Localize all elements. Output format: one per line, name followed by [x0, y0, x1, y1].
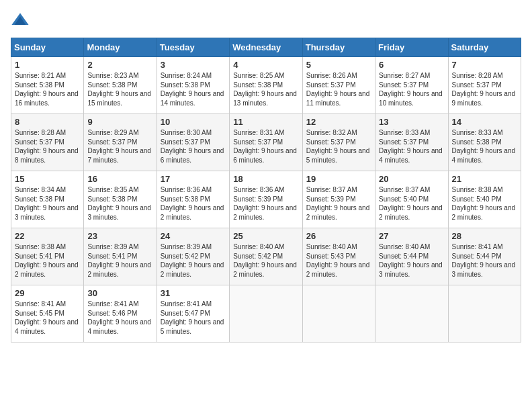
calendar-cell: 13 Sunrise: 8:33 AMSunset: 5:37 PMDaylig… [375, 114, 448, 171]
logo-icon [11, 11, 30, 30]
calendar-cell: 19 Sunrise: 8:37 AMSunset: 5:39 PMDaylig… [302, 171, 375, 228]
page-header [11, 11, 521, 30]
cell-info: Sunrise: 8:39 AMSunset: 5:41 PMDaylight:… [87, 243, 151, 278]
cell-info: Sunrise: 8:21 AMSunset: 5:38 PMDaylight:… [15, 72, 79, 107]
day-number: 9 [87, 117, 152, 127]
day-header-thursday: Thursday [302, 38, 375, 57]
cell-info: Sunrise: 8:33 AMSunset: 5:38 PMDaylight:… [452, 129, 516, 164]
calendar-cell: 25 Sunrise: 8:40 AMSunset: 5:42 PMDaylig… [230, 228, 302, 285]
day-header-sunday: Sunday [11, 38, 84, 57]
calendar-cell: 22 Sunrise: 8:38 AMSunset: 5:41 PMDaylig… [11, 228, 84, 285]
day-number: 15 [15, 174, 80, 184]
calendar-cell: 11 Sunrise: 8:31 AMSunset: 5:37 PMDaylig… [230, 114, 302, 171]
cell-info: Sunrise: 8:41 AMSunset: 5:45 PMDaylight:… [15, 300, 79, 335]
day-number: 3 [161, 60, 226, 70]
calendar-cell: 14 Sunrise: 8:33 AMSunset: 5:38 PMDaylig… [448, 114, 521, 171]
calendar-cell: 27 Sunrise: 8:40 AMSunset: 5:44 PMDaylig… [375, 228, 448, 285]
calendar-cell: 15 Sunrise: 8:34 AMSunset: 5:38 PMDaylig… [11, 171, 84, 228]
calendar-cell [375, 285, 448, 342]
cell-info: Sunrise: 8:41 AMSunset: 5:47 PMDaylight:… [161, 300, 224, 335]
day-number: 10 [161, 117, 226, 127]
cell-info: Sunrise: 8:28 AMSunset: 5:37 PMDaylight:… [452, 72, 516, 107]
cell-info: Sunrise: 8:37 AMSunset: 5:39 PMDaylight:… [306, 186, 370, 221]
cell-info: Sunrise: 8:38 AMSunset: 5:40 PMDaylight:… [452, 186, 516, 221]
day-number: 31 [161, 288, 226, 298]
calendar-cell: 29 Sunrise: 8:41 AMSunset: 5:45 PMDaylig… [11, 285, 84, 342]
calendar-cell: 12 Sunrise: 8:32 AMSunset: 5:37 PMDaylig… [302, 114, 375, 171]
day-header-monday: Monday [84, 38, 157, 57]
calendar-cell: 30 Sunrise: 8:41 AMSunset: 5:46 PMDaylig… [84, 285, 157, 342]
calendar-cell: 7 Sunrise: 8:28 AMSunset: 5:37 PMDayligh… [448, 57, 521, 114]
calendar-cell: 17 Sunrise: 8:36 AMSunset: 5:38 PMDaylig… [157, 171, 229, 228]
calendar-cell [230, 285, 302, 342]
cell-info: Sunrise: 8:31 AMSunset: 5:37 PMDaylight:… [233, 129, 297, 164]
calendar-cell: 8 Sunrise: 8:28 AMSunset: 5:37 PMDayligh… [11, 114, 84, 171]
cell-info: Sunrise: 8:41 AMSunset: 5:46 PMDaylight:… [87, 300, 151, 335]
cell-info: Sunrise: 8:23 AMSunset: 5:38 PMDaylight:… [87, 72, 151, 107]
day-number: 25 [233, 231, 298, 241]
day-number: 22 [15, 231, 80, 241]
calendar-cell: 16 Sunrise: 8:35 AMSunset: 5:38 PMDaylig… [84, 171, 157, 228]
calendar-week-5: 29 Sunrise: 8:41 AMSunset: 5:45 PMDaylig… [11, 285, 521, 342]
cell-info: Sunrise: 8:41 AMSunset: 5:44 PMDaylight:… [452, 243, 516, 278]
calendar-cell: 10 Sunrise: 8:30 AMSunset: 5:37 PMDaylig… [157, 114, 229, 171]
calendar-cell: 24 Sunrise: 8:39 AMSunset: 5:42 PMDaylig… [157, 228, 229, 285]
calendar-week-2: 8 Sunrise: 8:28 AMSunset: 5:37 PMDayligh… [11, 114, 521, 171]
day-header-tuesday: Tuesday [157, 38, 229, 57]
calendar-cell: 3 Sunrise: 8:24 AMSunset: 5:38 PMDayligh… [157, 57, 229, 114]
cell-info: Sunrise: 8:40 AMSunset: 5:43 PMDaylight:… [306, 243, 370, 278]
cell-info: Sunrise: 8:26 AMSunset: 5:37 PMDaylight:… [306, 72, 370, 107]
day-number: 6 [379, 60, 444, 70]
cell-info: Sunrise: 8:36 AMSunset: 5:39 PMDaylight:… [233, 186, 297, 221]
day-number: 21 [452, 174, 517, 184]
calendar-cell: 1 Sunrise: 8:21 AMSunset: 5:38 PMDayligh… [11, 57, 84, 114]
cell-info: Sunrise: 8:27 AMSunset: 5:37 PMDaylight:… [379, 72, 443, 107]
calendar-cell: 9 Sunrise: 8:29 AMSunset: 5:37 PMDayligh… [84, 114, 157, 171]
calendar-cell: 20 Sunrise: 8:37 AMSunset: 5:40 PMDaylig… [375, 171, 448, 228]
cell-info: Sunrise: 8:35 AMSunset: 5:38 PMDaylight:… [87, 186, 151, 221]
calendar-header-row: SundayMondayTuesdayWednesdayThursdayFrid… [11, 38, 521, 57]
day-number: 11 [233, 117, 298, 127]
day-number: 24 [161, 231, 226, 241]
day-number: 7 [452, 60, 517, 70]
cell-info: Sunrise: 8:37 AMSunset: 5:40 PMDaylight:… [379, 186, 443, 221]
calendar-table: SundayMondayTuesdayWednesdayThursdayFrid… [11, 38, 521, 342]
day-number: 28 [452, 231, 517, 241]
day-number: 26 [306, 231, 371, 241]
day-number: 17 [161, 174, 226, 184]
cell-info: Sunrise: 8:32 AMSunset: 5:37 PMDaylight:… [306, 129, 370, 164]
day-number: 2 [87, 60, 152, 70]
calendar-week-4: 22 Sunrise: 8:38 AMSunset: 5:41 PMDaylig… [11, 228, 521, 285]
logo [11, 11, 32, 30]
cell-info: Sunrise: 8:30 AMSunset: 5:37 PMDaylight:… [161, 129, 224, 164]
cell-info: Sunrise: 8:25 AMSunset: 5:38 PMDaylight:… [233, 72, 297, 107]
day-header-wednesday: Wednesday [230, 38, 302, 57]
day-number: 8 [15, 117, 80, 127]
calendar-cell: 26 Sunrise: 8:40 AMSunset: 5:43 PMDaylig… [302, 228, 375, 285]
cell-info: Sunrise: 8:34 AMSunset: 5:38 PMDaylight:… [15, 186, 79, 221]
cell-info: Sunrise: 8:33 AMSunset: 5:37 PMDaylight:… [379, 129, 443, 164]
calendar-week-3: 15 Sunrise: 8:34 AMSunset: 5:38 PMDaylig… [11, 171, 521, 228]
calendar-cell [448, 285, 521, 342]
day-number: 19 [306, 174, 371, 184]
day-number: 12 [306, 117, 371, 127]
day-number: 20 [379, 174, 444, 184]
calendar-cell: 21 Sunrise: 8:38 AMSunset: 5:40 PMDaylig… [448, 171, 521, 228]
cell-info: Sunrise: 8:40 AMSunset: 5:44 PMDaylight:… [379, 243, 443, 278]
calendar-cell: 23 Sunrise: 8:39 AMSunset: 5:41 PMDaylig… [84, 228, 157, 285]
cell-info: Sunrise: 8:24 AMSunset: 5:38 PMDaylight:… [161, 72, 224, 107]
day-number: 1 [15, 60, 80, 70]
day-number: 13 [379, 117, 444, 127]
calendar-cell: 4 Sunrise: 8:25 AMSunset: 5:38 PMDayligh… [230, 57, 302, 114]
calendar-cell: 5 Sunrise: 8:26 AMSunset: 5:37 PMDayligh… [302, 57, 375, 114]
cell-info: Sunrise: 8:39 AMSunset: 5:42 PMDaylight:… [161, 243, 224, 278]
day-number: 27 [379, 231, 444, 241]
cell-info: Sunrise: 8:38 AMSunset: 5:41 PMDaylight:… [15, 243, 79, 278]
day-number: 30 [87, 288, 152, 298]
calendar-cell: 31 Sunrise: 8:41 AMSunset: 5:47 PMDaylig… [157, 285, 229, 342]
cell-info: Sunrise: 8:36 AMSunset: 5:38 PMDaylight:… [161, 186, 224, 221]
day-number: 23 [87, 231, 152, 241]
day-number: 29 [15, 288, 80, 298]
cell-info: Sunrise: 8:29 AMSunset: 5:37 PMDaylight:… [87, 129, 151, 164]
day-number: 16 [87, 174, 152, 184]
